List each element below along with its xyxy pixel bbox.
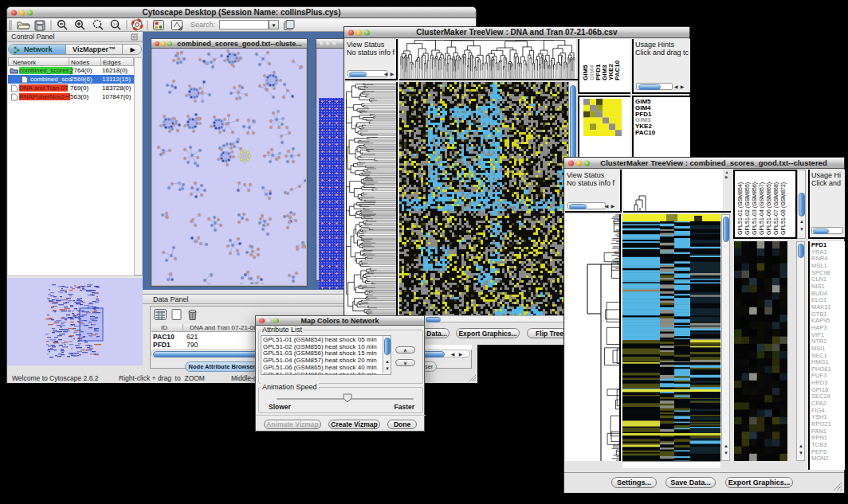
svg-text:1:1: 1:1	[113, 22, 119, 26]
svg-text:Search:: Search:	[190, 21, 215, 29]
